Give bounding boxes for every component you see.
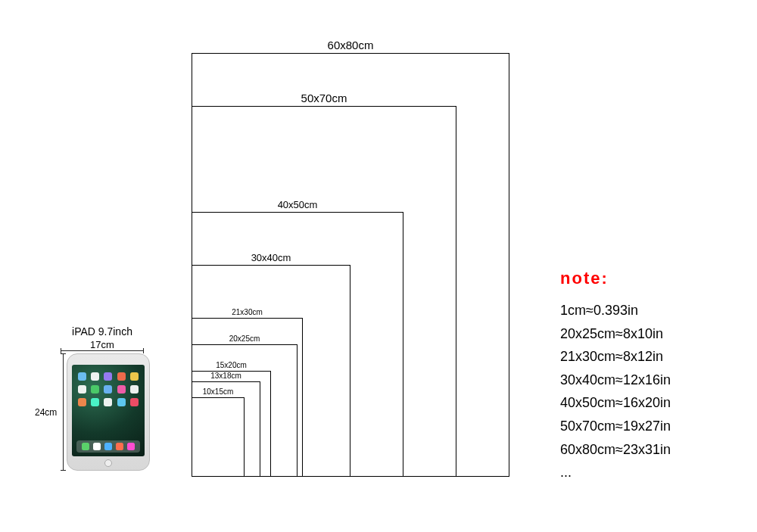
- ipad-width-label: 17cm: [61, 339, 144, 351]
- ipad-dock: [76, 440, 140, 453]
- ipad-device-icon: [67, 353, 150, 471]
- ipad-reference: iPAD 9.7inch 17cm 24cm: [53, 325, 151, 471]
- note-panel: note: 1cm≈0.393in20x25cm≈8x10in21x30cm≈8…: [560, 269, 742, 484]
- ipad-screen: [72, 365, 145, 456]
- note-title: note:: [560, 269, 742, 288]
- note-line: 1cm≈0.393in: [560, 299, 742, 322]
- ipad-title: iPAD 9.7inch: [53, 325, 151, 338]
- ipad-home-button-icon: [104, 459, 112, 467]
- ipad-height-dim: 24cm: [53, 353, 67, 471]
- note-line: 40x50cm≈16x20in: [560, 391, 742, 415]
- note-line: 30x40cm≈12x16in: [560, 369, 742, 392]
- note-line: ...: [560, 461, 742, 484]
- size-rect-label: 60x80cm: [192, 39, 509, 51]
- size-comparison-chart: 10x15cm13x18cm15x20cm20x25cm21x30cm30x40…: [192, 53, 509, 477]
- note-line: 20x25cm≈8x10in: [560, 322, 742, 346]
- size-rect: 60x80cm: [192, 53, 509, 477]
- note-line: 21x30cm≈8x12in: [560, 345, 742, 369]
- note-line: 50x70cm≈19x27in: [560, 415, 742, 438]
- ipad-height-label: 24cm: [35, 407, 57, 418]
- ipad-app-grid: [78, 372, 139, 406]
- note-line: 60x80cm≈23x31in: [560, 438, 742, 462]
